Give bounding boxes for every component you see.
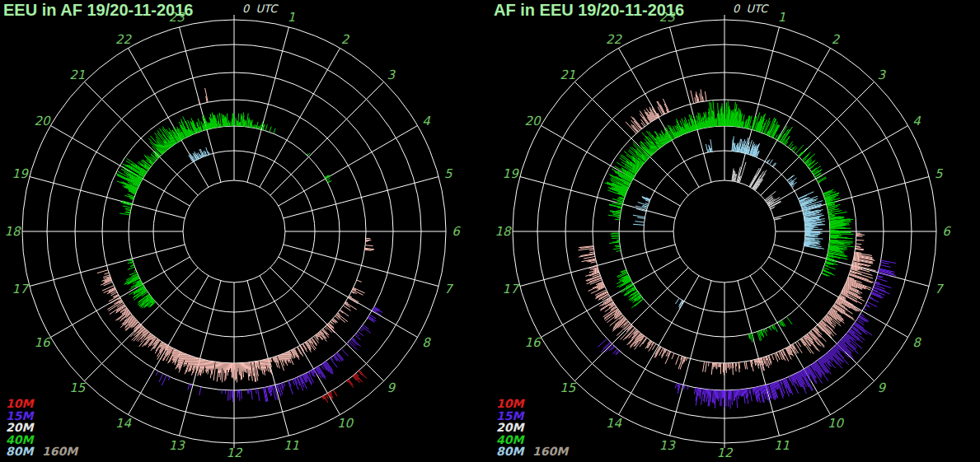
hour-label: 12 — [226, 446, 243, 460]
hour-spoke — [279, 126, 418, 207]
band-activity-20m — [97, 88, 374, 382]
hour-spoke — [30, 176, 185, 217]
legend-item-20m: 20M — [6, 422, 33, 434]
band-legend: 10M15M20M40M80M160M — [6, 398, 154, 462]
hour-label: 2 — [341, 32, 350, 47]
hour-spoke — [179, 27, 220, 182]
hour-spoke — [260, 48, 340, 187]
hour-spoke — [284, 245, 438, 286]
utc-axis-label: 0 UTC — [242, 2, 277, 15]
hour-spoke — [270, 82, 384, 195]
hour-label: 17 — [503, 282, 520, 296]
hour-label: 22 — [606, 32, 623, 47]
hour-label: 21 — [69, 68, 85, 82]
hour-label: 15 — [560, 380, 577, 395]
hour-label: 21 — [560, 68, 575, 82]
band-activity-160m — [732, 162, 781, 220]
hour-spoke — [619, 48, 700, 187]
band-activity-10m — [322, 371, 367, 403]
legend-item-160m: 160M — [532, 446, 568, 458]
hour-label: 9 — [877, 380, 886, 395]
hour-label: 13 — [659, 438, 677, 453]
hour-label: 4 — [422, 114, 430, 128]
hour-label: 22 — [115, 32, 133, 47]
hour-label: 16 — [34, 335, 51, 350]
chart-title: EEU in AF 19/20-11-2016 — [3, 1, 194, 20]
propagation-activity-dashboard: 1234567891011121314151617181920212223 EE… — [0, 0, 980, 462]
hour-spoke — [738, 27, 779, 182]
hour-spoke — [669, 27, 710, 182]
legend-item-80m: 80M — [496, 446, 523, 458]
legend-item-10m: 10M — [496, 398, 523, 410]
hour-label: 15 — [69, 380, 87, 395]
band-legend: 10M15M20M40M80M160M — [496, 398, 645, 462]
band-activity-80m — [189, 147, 210, 162]
hour-label: 5 — [444, 166, 453, 181]
hour-spoke — [284, 176, 438, 217]
hour-label: 2 — [832, 32, 841, 47]
hour-spoke — [769, 257, 908, 338]
hour-label: 12 — [716, 446, 734, 460]
hour-label: 1 — [288, 10, 296, 25]
hour-spoke — [669, 281, 710, 436]
utc-axis-label: 0 UTC — [733, 2, 767, 15]
hour-label: 4 — [912, 114, 921, 128]
hour-spoke — [129, 48, 209, 187]
hour-label: 11 — [284, 438, 299, 453]
hour-label: 7 — [444, 282, 453, 296]
hour-label: 3 — [877, 68, 886, 82]
hour-label: 16 — [524, 335, 542, 350]
grid-ring — [673, 180, 776, 282]
hour-label: 9 — [387, 380, 396, 395]
chart-eeu-in-af: 1234567891011121314151617181920212223 EE… — [0, 0, 490, 462]
legend-item-10m: 10M — [6, 398, 33, 410]
hour-label: 20 — [524, 114, 542, 128]
hour-label: 18 — [4, 224, 21, 239]
hour-label: 13 — [169, 438, 186, 453]
hour-label: 17 — [12, 282, 30, 296]
hour-label: 8 — [912, 335, 921, 350]
hour-label: 8 — [422, 335, 431, 350]
band-activity-15m — [156, 307, 382, 403]
grid-ring — [183, 180, 285, 282]
hour-label: 18 — [495, 224, 512, 239]
hour-label: 6 — [452, 224, 461, 239]
hour-label: 3 — [387, 68, 396, 82]
hour-label: 7 — [935, 282, 944, 296]
hour-label: 10 — [828, 416, 845, 431]
legend-item-20m: 20M — [496, 422, 523, 434]
hour-spoke — [520, 176, 675, 217]
polar-clock-chart-eeu-in-af: 1234567891011121314151617181920212223 — [0, 0, 490, 462]
hour-spoke — [774, 176, 929, 217]
hour-label: 10 — [337, 416, 354, 431]
hour-label: 19 — [12, 166, 30, 181]
hour-spoke — [247, 27, 288, 182]
legend-item-160m: 160M — [42, 446, 77, 458]
polar-clock-chart-af-in-eeu: 1234567891011121314151617181920212223 — [490, 0, 980, 462]
hour-label: 11 — [774, 438, 790, 453]
chart-title: AF in EEU 19/20-11-2016 — [494, 1, 684, 20]
hour-label: 20 — [34, 114, 51, 128]
legend-item-80m: 80M — [6, 446, 33, 458]
hour-label: 1 — [778, 10, 786, 25]
hour-spoke — [50, 257, 190, 338]
hour-label: 6 — [942, 224, 951, 239]
chart-af-in-eeu: 1234567891011121314151617181920212223 AF… — [490, 0, 980, 462]
hour-label: 19 — [503, 166, 520, 181]
hour-label: 5 — [935, 166, 944, 181]
hour-spoke — [279, 257, 418, 338]
